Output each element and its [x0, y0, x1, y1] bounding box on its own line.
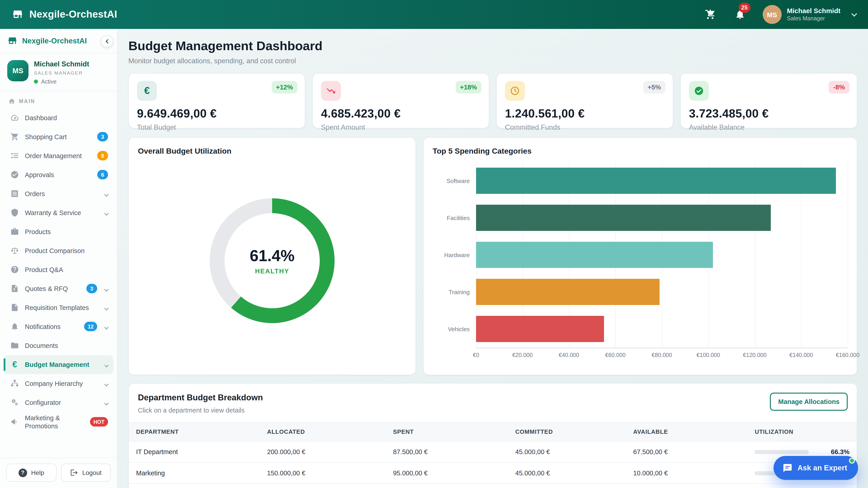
cell-committed: 18.500,00 €: [508, 484, 626, 488]
sidebar-item-notifications[interactable]: Notifications12: [4, 317, 114, 336]
cell-department: Marketing: [129, 463, 260, 484]
table-row-marketing[interactable]: Marketing150.000,00 €95.000,00 €45.000,0…: [129, 463, 857, 484]
navbar-brand: Nexgile-OrchestAI: [12, 8, 117, 20]
sidebar-collapse-button[interactable]: [101, 35, 113, 47]
help-button[interactable]: ? Help: [6, 464, 56, 482]
department-budget-card: Department Budget Breakdown Click on a d…: [128, 383, 857, 488]
utilization-status: HEALTHY: [250, 267, 295, 275]
folder-icon: [10, 341, 19, 350]
chevron-left-icon: [105, 39, 110, 43]
sidebar-item-label: Requisition Templates: [25, 303, 97, 312]
table-row-hr[interactable]: HR100.000,00 €45.000,00 €18.500,00 €36.5…: [129, 484, 857, 488]
checklist-icon: [10, 151, 19, 160]
cart-icon: [10, 132, 19, 141]
table-row-it-department[interactable]: IT Department200.000,00 €87.500,00 €45.0…: [129, 442, 857, 463]
sidebar-item-shopping-cart[interactable]: Shopping Cart3: [4, 127, 114, 146]
sidebar: Nexgile-OrchestAI MS Michael Schmidt SAL…: [0, 29, 118, 488]
column-header-committed: COMMITTED: [508, 422, 626, 441]
cell-spent: 45.000,00 €: [386, 484, 508, 488]
chevron-down-icon: [105, 303, 108, 312]
add-to-cart-button[interactable]: [703, 7, 717, 22]
stat-label: Spent Amount: [321, 123, 480, 131]
ask-expert-label: Ask an Expert: [798, 464, 847, 472]
gauge-icon: [10, 113, 19, 122]
sidebar-item-orders[interactable]: Orders: [4, 184, 114, 203]
sidebar-item-company-hierarchy[interactable]: Company Hierarchy: [4, 374, 114, 393]
user-meta: Michael Schmidt Sales Manager: [787, 7, 840, 22]
column-header-department: DEPARTMENT: [129, 422, 260, 441]
manage-allocations-button[interactable]: Manage Allocations: [770, 393, 848, 411]
sidebar-item-label: Documents: [25, 341, 108, 350]
bar-facilities[interactable]: [476, 205, 771, 231]
bar-chart: SoftwareFacilitiesHardwareTrainingVehicl…: [433, 162, 848, 365]
bar-category-label: Hardware: [433, 236, 476, 273]
file-dollar-icon: $: [10, 284, 19, 293]
bar-row-training: [476, 273, 848, 311]
stat-value: 4.685.423,00 €: [321, 107, 480, 121]
sidebar-item-requisition-templates[interactable]: Requisition Templates: [4, 298, 114, 317]
bar-chart-title: Top 5 Spending Categories: [433, 147, 848, 156]
sidebar-item-label: Orders: [25, 190, 97, 198]
stats-row: €+12%9.649.469,00 €Total Budget+18%4.685…: [128, 73, 857, 128]
sidebar-item-marketing-promotions[interactable]: Marketing & PromotionsHOT: [4, 412, 114, 432]
sidebar-section-header: MAIN: [0, 91, 117, 106]
user-role: Sales Manager: [787, 15, 840, 22]
ask-expert-button[interactable]: Ask an Expert: [774, 456, 858, 480]
x-tick-label: €0: [473, 352, 479, 358]
chat-icon: [782, 463, 793, 473]
bar-row-facilities: [476, 199, 848, 236]
sidebar-item-order-management[interactable]: Order Management8: [4, 146, 114, 165]
bar-hardware[interactable]: [476, 242, 713, 268]
online-status-dot: [849, 458, 855, 464]
stat-card-spent-amount: +18%4.685.423,00 €Spent Amount: [312, 73, 489, 128]
sidebar-item-dashboard[interactable]: Dashboard: [4, 108, 114, 127]
x-tick-label: €100.000: [696, 352, 720, 358]
sidebar-logo-text: Nexgile-OrchestAI: [22, 37, 87, 45]
receipt-icon: [10, 189, 19, 198]
cell-allocated: 150.000,00 €: [260, 463, 386, 484]
sidebar-item-products[interactable]: Products: [4, 222, 114, 241]
user-menu-button[interactable]: MS Michael Schmidt Sales Manager: [763, 5, 856, 24]
cart-plus-icon: [705, 9, 715, 20]
cell-allocated: 100.000,00 €: [260, 484, 386, 488]
sidebar-item-label: Company Hierarchy: [25, 379, 97, 387]
active-indicator: [4, 358, 5, 371]
table-subtitle: Click on a department to view details: [138, 407, 263, 414]
sidebar-item-product-q-a[interactable]: Product Q&A: [4, 260, 114, 279]
sidebar-item-label: Notifications: [25, 322, 78, 330]
sidebar-item-label: Marketing & Promotions: [25, 414, 84, 430]
stat-trend-badge: +5%: [643, 81, 665, 94]
sidebar-user-name: Michael Schmidt: [34, 60, 89, 68]
sidebar-item-product-comparison[interactable]: Product Comparison: [4, 241, 114, 260]
x-tick-label: €120.000: [743, 352, 767, 358]
hierarchy-icon: [10, 379, 19, 388]
sidebar-item-configurator[interactable]: Configurator: [4, 393, 114, 412]
bar-training[interactable]: [476, 279, 659, 305]
column-header-spent: SPENT: [386, 422, 508, 441]
sidebar-item-quotes-rfq[interactable]: $Quotes & RFQ3: [4, 279, 114, 298]
charts-row: Overall Budget Utilization 61.4% HEALTHY…: [128, 137, 857, 374]
cell-department: IT Department: [129, 442, 260, 462]
app-title: Nexgile-OrchestAI: [29, 8, 117, 20]
sidebar-item-approvals[interactable]: Approvals6: [4, 165, 114, 184]
sidebar-logo: Nexgile-OrchestAI: [0, 29, 117, 53]
page-subtitle: Monitor budget allocations, spending, an…: [128, 57, 857, 65]
sidebar-item-warranty-service[interactable]: Warranty & Service: [4, 203, 114, 222]
sidebar-item-budget-management[interactable]: €Budget Management: [4, 355, 114, 374]
sidebar-item-documents[interactable]: Documents: [4, 336, 114, 355]
avatar: MS: [7, 60, 29, 81]
sidebar-item-label: Product Q&A: [25, 265, 108, 273]
budget-utilization-card: Overall Budget Utilization 61.4% HEALTHY: [128, 137, 416, 375]
bar-vehicles[interactable]: [476, 316, 604, 342]
page-title: Budget Management Dashboard: [128, 39, 857, 53]
stat-label: Committed Funds: [505, 123, 664, 131]
chevron-down-icon: [105, 379, 108, 387]
help-label: Help: [31, 469, 44, 476]
sidebar-user-meta: Michael Schmidt SALES MANAGER Active: [34, 60, 89, 85]
bar-software[interactable]: [476, 168, 836, 194]
euro-icon: €: [10, 360, 19, 369]
notifications-button[interactable]: 25: [733, 7, 747, 22]
x-tick-label: €60.000: [605, 352, 625, 358]
bar-category-label: Training: [433, 273, 476, 311]
logout-button[interactable]: Logout: [61, 464, 111, 482]
